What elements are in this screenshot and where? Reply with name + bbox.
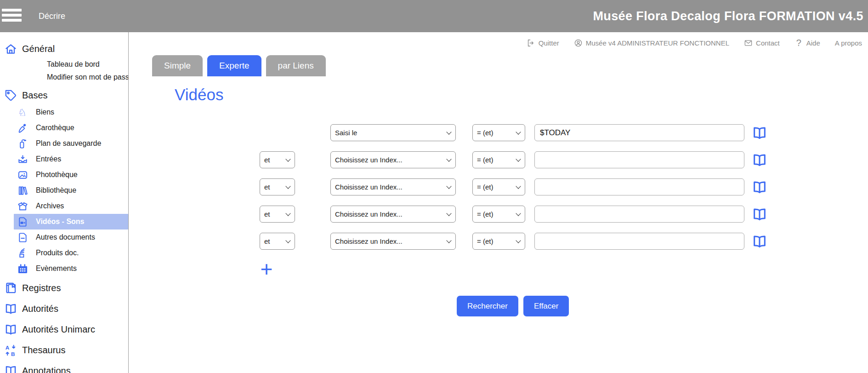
actions: Rechercher Effacer [457,296,868,316]
bool-operator-select[interactable]: et [260,151,295,168]
index-select[interactable]: Choisissez un Index... [330,233,456,250]
search-value-input[interactable] [534,206,744,223]
sidebar-item-label: Autorités Unimarc [22,324,95,335]
add-criterion-button[interactable]: + [259,260,274,278]
comparison-operator-select[interactable]: = (et) [472,124,525,141]
sidebar-item-registres[interactable]: Registres [0,279,128,297]
index-select[interactable]: Choisissez un Index... [330,151,456,168]
tab-experte[interactable]: Experte [207,55,261,76]
sidebar-item-biens[interactable]: ♘Biens [0,104,128,120]
toplink-musee-v4-administrateur-fonctionnel[interactable]: Musée v4 ADMINISTRATEUR FONCTIONNEL [574,39,729,47]
toplink-label: A propos [835,39,862,47]
search-value-input[interactable] [534,233,744,250]
sidebar: GénéralTableau de bordModifier son mot d… [0,32,129,373]
tab-label: Simple [164,61,191,71]
sidebar-item-tableau-de-bord[interactable]: Tableau de bord [0,58,128,71]
index-lookup-icon[interactable] [752,126,767,140]
index-select[interactable]: Saisi le [330,124,456,141]
core-sample-icon [17,123,28,133]
search-row: etChoisissez un Index...= (et) [152,206,868,223]
index-lookup-icon[interactable] [752,207,767,222]
sidebar-item-bases[interactable]: Bases [0,86,128,104]
search-mode-tabs: SimpleExpertepar Liens [152,55,868,76]
books-icon [17,185,28,196]
sidebar-item-label: Registres [22,283,61,293]
toplink-label: Contact [756,39,780,47]
archive-box-icon [17,201,28,212]
sidebar-item-autorites-unimarc[interactable]: Autorités Unimarc [0,320,128,339]
search-row: etSaisi le= (et) [152,124,868,141]
index-lookup-icon[interactable] [752,180,767,195]
sidebar-item-label: Carothèque [36,124,74,132]
document-icon [17,232,28,243]
sidebar-item-label: Annotations [22,366,71,373]
sidebar-item-label: Tableau de bord [47,60,100,69]
home-icon [5,43,17,55]
sidebar-item-autorites[interactable]: Autorités [0,299,128,318]
sidebar-item-label: Autres documents [36,233,95,241]
comparison-operator-select[interactable]: = (et) [472,233,525,250]
toplink-label: Musée v4 ADMINISTRATEUR FONCTIONNEL [586,39,729,47]
search-row: etChoisissez un Index...= (et) [152,151,868,168]
tab-label: Experte [219,61,249,71]
bool-operator-select[interactable]: et [260,178,295,195]
sidebar-item-general[interactable]: Général [0,40,128,58]
toplink-contact[interactable]: Contact [744,39,780,47]
search-row: etChoisissez un Index...= (et) [152,178,868,195]
comparison-operator-select[interactable]: = (et) [472,151,525,168]
sidebar-item-evenements[interactable]: Evènements [0,261,128,276]
open-book-icon [5,365,17,373]
index-select[interactable]: Choisissez un Index... [330,206,456,223]
logout-icon [527,39,535,47]
content-column: QuitterMusée v4 ADMINISTRATEUR FONCTIONN… [129,32,868,373]
toplink-aide[interactable]: ?Aide [794,39,820,47]
hamburger-menu-icon[interactable] [2,9,22,22]
sidebar-item-autres-documents[interactable]: Autres documents [0,230,128,245]
sidebar-item-videos-sons[interactable]: Vidéos - Sons [14,214,128,230]
sidebar-item-modifier-son-mot-de-passe[interactable]: Modifier son mot de passe [0,71,128,84]
comparison-operator-select[interactable]: = (et) [472,178,525,195]
toplink-label: Quitter [539,39,559,47]
sidebar-item-label: Biens [36,108,54,116]
sidebar-item-phototheque[interactable]: Photothèque [0,167,128,183]
sidebar-item-archives[interactable]: Archives [0,198,128,214]
sidebar-item-annotations[interactable]: Annotations [0,362,128,373]
photo-icon [17,170,28,180]
toplink-label: Aide [806,39,820,47]
sidebar-item-entrees[interactable]: Entrées [0,151,128,167]
app-header: Décrire Musée Flora Decalog Flora FORMAT… [0,0,868,32]
search-value-input[interactable] [534,151,744,168]
sidebar-item-produits-doc[interactable]: Produits doc. [0,245,128,261]
sidebar-item-label: Photothèque [36,171,78,179]
toplink-quitter[interactable]: Quitter [527,39,559,47]
search-button[interactable]: Rechercher [457,296,518,316]
tab-par-liens[interactable]: par Liens [266,55,326,76]
search-value-input[interactable] [534,124,744,141]
index-select[interactable]: Choisissez un Index... [330,178,456,195]
svg-text:A: A [6,344,10,350]
inbox-download-icon [17,154,28,165]
bool-operator-select[interactable]: et [260,233,295,250]
fire-extinguisher-icon [17,138,28,149]
tag-icon [5,89,17,102]
mail-icon [744,39,753,47]
svg-text:♘: ♘ [18,107,27,118]
module-label: Décrire [39,11,65,21]
sidebar-item-bibliotheque[interactable]: Bibliothèque [0,183,128,198]
question-icon: ? [794,39,803,47]
sidebar-item-label: Vidéos - Sons [36,218,85,226]
comparison-operator-select[interactable]: = (et) [472,206,525,223]
sidebar-item-carotheque[interactable]: Carothèque [0,120,128,136]
sidebar-item-label: Général [22,44,55,54]
index-lookup-icon[interactable] [752,153,767,167]
chess-knight-icon: ♘ [17,107,28,118]
sidebar-item-plan-de-sauvegarde[interactable]: Plan de sauvegarde [0,136,128,151]
toplink-a-propos[interactable]: A propos [835,39,862,47]
index-lookup-icon[interactable] [752,234,767,249]
sidebar-item-thesaurus[interactable]: ABThesaurus [0,341,128,359]
clear-button[interactable]: Effacer [523,296,569,316]
tab-simple[interactable]: Simple [152,55,203,76]
bool-operator-select[interactable]: et [260,206,295,223]
app-title: Musée Flora Decalog Flora FORMATION v4.5 [593,9,863,23]
search-value-input[interactable] [534,178,744,195]
